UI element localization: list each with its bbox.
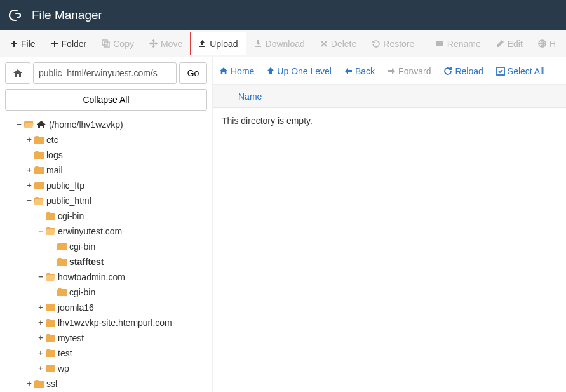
plus-icon: +: [37, 362, 44, 375]
collapse-all-button[interactable]: Collapse All: [5, 89, 207, 111]
folder-icon: [34, 136, 44, 144]
svg-rect-2: [436, 41, 443, 46]
app-header: File Manager: [0, 0, 566, 30]
reload-icon: [443, 67, 452, 76]
tree-node-wp[interactable]: +wp: [37, 361, 207, 376]
upload-button[interactable]: Upload: [190, 32, 246, 55]
folder-icon: [46, 365, 55, 372]
nav-home-button[interactable]: Home: [219, 66, 254, 76]
home-icon: [219, 67, 228, 75]
tree-node-public-html[interactable]: −public_html: [25, 193, 207, 208]
tree-node-mail[interactable]: +mail: [25, 163, 207, 178]
folder-icon: [34, 166, 44, 174]
tree-node-joomla16[interactable]: +joomla16: [37, 300, 207, 315]
folder-open-icon: [34, 197, 44, 205]
copy-button: Copy: [94, 30, 142, 57]
minus-icon: −: [15, 118, 23, 132]
tree-node-test[interactable]: +test: [37, 346, 207, 361]
tree-node-howtoadmin[interactable]: −howtoadmin.com: [37, 269, 207, 285]
path-go-button[interactable]: Go: [179, 62, 207, 84]
nav-up-button[interactable]: Up One Level: [267, 66, 332, 76]
folder-icon: [46, 319, 55, 327]
file-table-header: Name: [213, 85, 566, 108]
up-arrow-icon: [267, 67, 274, 75]
plus-icon: +: [37, 331, 44, 345]
new-file-button[interactable]: File: [3, 30, 43, 57]
main-toolbar: File Folder Copy Move Upload Download De…: [0, 30, 566, 57]
path-bar: Go: [5, 62, 207, 84]
right-arrow-icon: [387, 67, 396, 75]
tree-node-logs[interactable]: +logs: [25, 147, 207, 163]
plus-icon: +: [25, 377, 33, 391]
folder-icon: [57, 288, 67, 296]
home-icon: [13, 69, 23, 78]
folder-icon: [46, 349, 55, 357]
tree-node-cgi-bin-3[interactable]: +cgi-bin: [48, 285, 207, 300]
plus-icon: +: [25, 163, 33, 177]
tree-node-mytest[interactable]: +mytest: [37, 330, 207, 346]
svg-rect-1: [104, 42, 109, 47]
new-folder-button[interactable]: Folder: [43, 30, 95, 57]
tree-root[interactable]: − (/home/lhv1wzvkp): [8, 117, 207, 132]
folder-icon: [46, 212, 55, 220]
nav-forward-button: Forward: [387, 66, 431, 76]
minus-icon: −: [25, 194, 33, 208]
rename-button: Rename: [428, 30, 489, 57]
folder-icon: [34, 182, 44, 189]
right-toolbar: Home Up One Level Back Forward Reload Se…: [213, 57, 566, 85]
minus-icon: −: [37, 224, 44, 238]
plus-icon: +: [25, 133, 33, 147]
plus-icon: +: [37, 316, 44, 330]
cpanel-logo-icon: [8, 6, 25, 24]
delete-button: Delete: [313, 30, 364, 57]
tree-node-cgi-bin-2[interactable]: +cgi-bin: [48, 239, 207, 254]
path-home-button[interactable]: [5, 62, 30, 84]
right-pane: Home Up One Level Back Forward Reload Se…: [212, 57, 566, 392]
app-title: File Manager: [32, 8, 102, 22]
tree-node-etc[interactable]: +etc: [25, 132, 207, 147]
folder-tree: − (/home/lhv1wzvkp) +etc +logs +mail +pu…: [5, 117, 207, 392]
path-input[interactable]: [33, 62, 177, 84]
left-arrow-icon: [344, 67, 353, 75]
tree-node-cgi-bin[interactable]: +cgi-bin: [37, 208, 207, 224]
download-button: Download: [246, 30, 313, 57]
restore-button: Restore: [364, 30, 422, 57]
nav-back-button[interactable]: Back: [344, 66, 375, 76]
move-button: Move: [142, 30, 190, 57]
plus-icon: +: [37, 346, 44, 360]
folder-icon: [46, 304, 55, 311]
nav-reload-button[interactable]: Reload: [443, 66, 483, 76]
tree-node-stafftest[interactable]: +stafftest: [48, 254, 207, 269]
folder-open-icon: [24, 121, 34, 128]
folder-icon: [57, 258, 67, 266]
tree-node-erwinyutest[interactable]: −erwinyutest.com: [37, 224, 207, 239]
folder-icon: [57, 243, 67, 250]
left-pane: Go Collapse All − (/home/lhv1wzvkp) +etc…: [0, 57, 212, 392]
edit-button: Edit: [489, 30, 530, 57]
minus-icon: −: [37, 270, 44, 284]
tree-node-ssl[interactable]: +ssl: [25, 376, 207, 391]
nav-select-all-button[interactable]: Select All: [496, 66, 544, 76]
empty-message: This directory is empty.: [222, 116, 313, 126]
check-icon: [496, 67, 505, 76]
column-name[interactable]: Name: [238, 91, 262, 102]
svg-rect-0: [102, 40, 107, 45]
plus-icon: +: [25, 179, 33, 193]
home-icon: [36, 120, 46, 129]
html-editor-button: H: [530, 30, 563, 57]
plus-icon: +: [37, 301, 44, 314]
folder-icon: [46, 334, 55, 342]
folder-open-icon: [46, 227, 55, 235]
file-list-area: This directory is empty.: [213, 108, 566, 392]
tree-node-public-ftp[interactable]: +public_ftp: [25, 178, 207, 193]
tree-node-lhv-site[interactable]: +lhv1wzvkp-site.htempurl.com: [37, 315, 207, 330]
folder-icon: [34, 151, 44, 159]
folder-icon: [34, 380, 44, 388]
folder-open-icon: [46, 273, 55, 281]
